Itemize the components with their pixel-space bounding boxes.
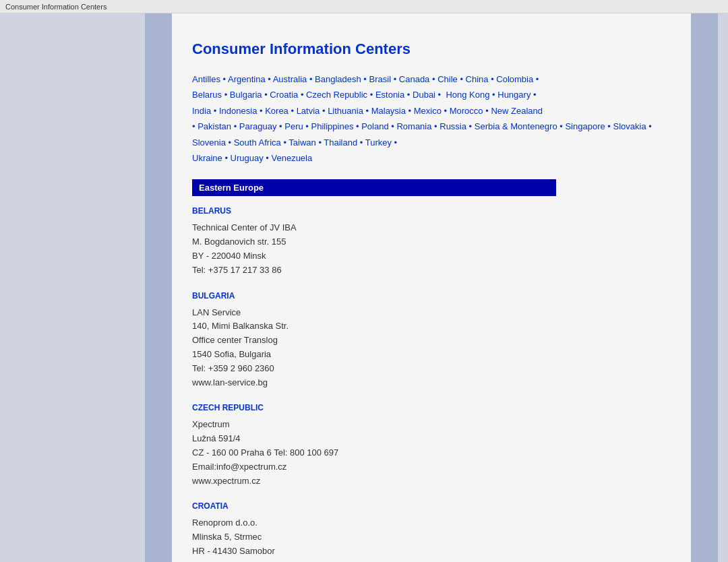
- country-info-belarus: Technical Center of JV IBA M. Bogdanovic…: [192, 221, 671, 277]
- country-title-belarus: BELARUS: [192, 206, 671, 216]
- sidebar-right: [691, 13, 728, 562]
- country-title-czech: CZECH REPUBLIC: [192, 403, 671, 412]
- section-header: Eastern Europe: [192, 179, 556, 196]
- links-section: Antilles • Argentina • Australia • Bangl…: [192, 71, 671, 166]
- main-layout: Consumer Information Centers Antilles • …: [0, 13, 728, 562]
- country-list: BELARUS Technical Center of JV IBA M. Bo…: [192, 206, 671, 562]
- page-title: Consumer Information Centers: [192, 40, 671, 58]
- country-info-bulgaria: LAN Service 140, Mimi Balkanska Str. Off…: [192, 306, 671, 390]
- country-title-bulgaria: BULGARIA: [192, 291, 671, 301]
- content-area: Consumer Information Centers Antilles • …: [172, 13, 691, 562]
- sidebar-left: [0, 13, 172, 562]
- country-info-croatia: Renoprom d.o.o. Mlinska 5, Strmec HR - 4…: [192, 516, 671, 562]
- country-item-croatia: CROATIA Renoprom d.o.o. Mlinska 5, Strme…: [192, 501, 671, 562]
- country-info-czech: Xpectrum Lužná 591/4 CZ - 160 00 Praha 6…: [192, 418, 671, 488]
- title-bar: Consumer Information Centers: [0, 0, 728, 13]
- sidebar-left-inner: [145, 13, 172, 562]
- country-item-czech: CZECH REPUBLIC Xpectrum Lužná 591/4 CZ -…: [192, 403, 671, 488]
- country-title-croatia: CROATIA: [192, 501, 671, 511]
- country-item-bulgaria: BULGARIA LAN Service 140, Mimi Balkanska…: [192, 291, 671, 390]
- country-links: Antilles • Argentina • Australia • Bangl…: [192, 74, 652, 163]
- country-item-belarus: BELARUS Technical Center of JV IBA M. Bo…: [192, 206, 671, 277]
- title-bar-text: Consumer Information Centers: [5, 3, 107, 11]
- sidebar-right-inner: [691, 13, 718, 562]
